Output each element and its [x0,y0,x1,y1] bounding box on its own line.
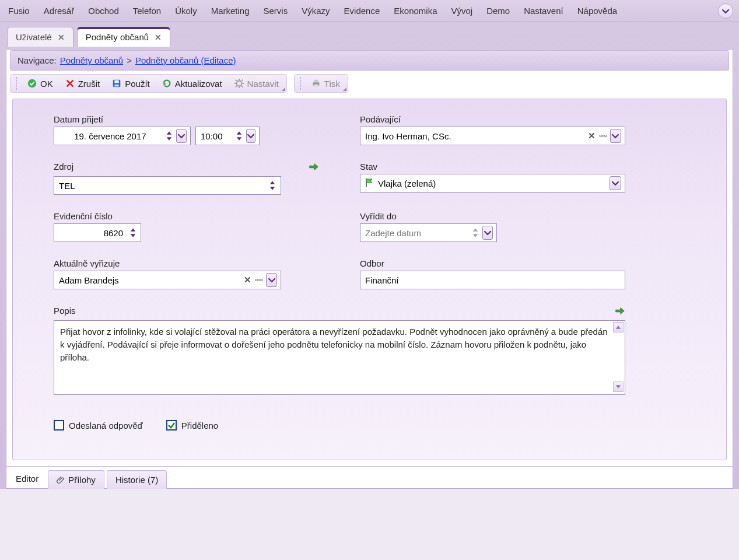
due-input[interactable] [360,223,497,242]
menu-item[interactable]: Adresář [41,5,77,17]
arrow-right-icon[interactable] [615,306,625,317]
chevron-down-icon [484,229,492,237]
menubar-expand-button[interactable] [718,4,733,19]
menu-item[interactable]: Fusio [6,5,32,17]
toolbar-group-print: Tisk [294,74,348,93]
scroll-up-button[interactable] [613,322,624,332]
field-label: Stav [360,162,625,172]
chevron-down-icon [177,132,185,140]
time-value[interactable] [199,131,233,141]
print-button[interactable]: Tisk [308,77,343,90]
date-value[interactable] [58,131,163,141]
assignee-value[interactable] [58,275,240,285]
link-icon[interactable] [255,276,263,284]
caret-down-icon [614,383,622,391]
menu-item[interactable]: Nastavení [521,5,566,17]
refresh-button[interactable]: Aktualizovat [159,77,225,90]
chevron-down-icon [247,132,255,140]
caret-down-icon [165,135,173,143]
field-dept: Odbor [360,258,625,289]
field-label: Datum přijetí [54,114,319,124]
menu-item[interactable]: Nápověda [575,5,619,17]
assignee-input[interactable]: ✕ [54,271,281,289]
menu-item[interactable]: Ekonomika [391,5,439,17]
clear-icon[interactable]: ✕ [588,131,596,141]
dropdown-button[interactable] [610,176,621,190]
description-textarea[interactable] [54,320,625,395]
field-label: Popis [54,306,76,316]
dept-value[interactable] [364,275,621,285]
svg-line-9 [235,80,236,81]
close-icon[interactable]: ✕ [155,33,162,42]
menu-item[interactable]: Evidence [342,5,383,17]
tab-podnety[interactable]: Podněty občanů ✕ [77,27,170,47]
chevron-down-icon [268,276,276,284]
menu-item[interactable]: Úkoly [173,5,199,17]
state-input[interactable] [360,174,625,192]
dropdown-button[interactable] [246,129,255,143]
ok-button[interactable]: OK [24,77,56,90]
bottom-tab-editor[interactable]: Editor [12,469,48,488]
breadcrumb-separator: > [127,55,132,65]
menu-item[interactable]: Marketing [209,5,252,17]
link-icon[interactable] [599,132,607,140]
caret-down-icon [268,184,276,192]
menu-item[interactable]: Demo [484,5,512,17]
menubar: Fusio Adresář Obchod Telefon Úkoly Marke… [0,0,739,22]
source-input[interactable] [54,176,281,195]
scroll-down-button[interactable] [613,382,624,392]
bottom-tab-history[interactable]: Historie (7) [107,470,167,489]
spinner[interactable] [165,130,173,142]
dropdown-button[interactable] [610,129,621,143]
time-input[interactable] [195,127,260,145]
menu-item[interactable]: Výkazy [299,5,332,17]
submitter-input[interactable]: ✕ [360,127,625,145]
settings-button[interactable]: Nastavit [231,77,282,90]
chevron-down-icon [611,179,619,187]
breadcrumb-link[interactable]: Podněty občanů [60,55,123,65]
menu-item[interactable]: Servis [261,5,290,17]
cancel-button[interactable]: Zrušit [62,77,103,90]
dropdown-button[interactable] [266,273,277,287]
field-submitter: Podávající ✕ [360,114,625,145]
bottom-tabs: Editor Přílohy Historie (7) [6,466,733,488]
clear-icon[interactable]: ✕ [244,275,251,285]
dept-input[interactable] [360,271,625,289]
menu-item[interactable]: Telefon [131,5,163,17]
evnum-input[interactable] [54,223,141,242]
field-label: Podávající [360,114,625,124]
spinner[interactable] [471,227,479,239]
svg-line-11 [235,86,236,87]
chevron-down-icon [611,132,619,140]
tab-label: Uživatelé [16,32,52,42]
dropdown-button[interactable] [176,129,187,143]
spinner[interactable] [268,180,277,191]
breadcrumb-link[interactable]: Podněty občanů (Editace) [135,55,236,65]
printer-icon [311,78,321,89]
apply-button[interactable]: Použít [108,77,153,90]
svg-line-10 [241,86,243,87]
submitter-value[interactable] [364,131,584,141]
due-value[interactable] [364,228,469,238]
source-value[interactable] [58,181,266,191]
svg-rect-15 [314,85,318,88]
bottom-tab-attachments[interactable]: Přílohy [48,470,104,489]
flag-icon [364,177,374,190]
spinner[interactable] [235,130,243,142]
field-due: Vyřídit do [360,211,625,242]
checkbox-assigned[interactable]: Přiděleno [166,420,218,430]
menu-item[interactable]: Obchod [86,5,121,17]
close-icon[interactable]: ✕ [58,33,65,42]
state-value[interactable] [377,178,607,188]
arrow-right-icon[interactable] [309,162,319,173]
tab-users[interactable]: Uživatelé ✕ [7,27,73,47]
field-label: Vyřídit do [360,211,625,221]
checkbox-label: Přiděleno [181,421,218,430]
dropdown-button[interactable] [482,226,493,240]
spinner[interactable] [129,227,137,239]
date-input[interactable] [54,127,191,145]
evnum-value[interactable] [58,228,127,238]
toolbar-group-actions: OK Zrušit Použít Aktualizovat Nastavit [10,74,287,93]
menu-item[interactable]: Vývoj [449,5,475,17]
checkbox-sent[interactable]: Odeslaná odpověď [54,420,143,430]
